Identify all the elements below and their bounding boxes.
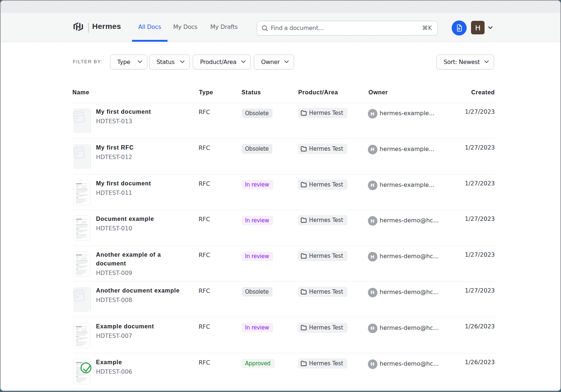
product-area-badge[interactable]: Hermes Test: [298, 144, 348, 154]
doc-title[interactable]: Document example: [96, 215, 182, 223]
owner-avatar-initial: H: [370, 147, 374, 152]
doc-created-date: 1/27/2023: [465, 108, 495, 116]
user-avatar[interactable]: H: [471, 21, 485, 34]
product-area-badge[interactable]: Hermes Test: [298, 180, 348, 190]
documents-table: Name Type Status Product/Area Owner Crea…: [72, 88, 495, 389]
table-row[interactable]: My first document HDTEST-011 RFC In revi…: [72, 174, 495, 210]
doc-title[interactable]: My first RFC: [96, 143, 182, 152]
owner-avatar-initial: H: [370, 254, 374, 260]
table-row[interactable]: Another document example HDTEST-008 RFC …: [72, 282, 495, 317]
sort-button[interactable]: Sort: Newest: [436, 54, 494, 69]
status-cell: Obsolete: [242, 287, 273, 297]
doc-type: RFC: [199, 358, 210, 367]
new-doc-button[interactable]: [452, 20, 467, 35]
folder-icon: [301, 182, 307, 188]
doc-title[interactable]: Another example of a document: [96, 250, 182, 268]
owner-avatar: H: [368, 145, 377, 154]
doc-created-date: 1/27/2023: [465, 250, 495, 259]
doc-id: HDTEST-006: [96, 368, 182, 376]
search-input[interactable]: Find a document... ⌘K: [257, 21, 438, 35]
app-window: Hermes All Docs My Docs My Drafts Find a…: [0, 0, 561, 391]
doc-title[interactable]: Example: [96, 358, 182, 367]
product-area-badge[interactable]: Hermes Test: [298, 215, 348, 225]
table-row[interactable]: Another example of a document HDTEST-009…: [72, 246, 495, 282]
doc-type: RFC: [199, 251, 210, 260]
doc-id: HDTEST-010: [96, 225, 182, 233]
product-area-name: Hermes Test: [309, 253, 343, 259]
product-area-name: Hermes Test: [309, 181, 343, 188]
folder-icon: [301, 361, 307, 366]
file-card-glyph-icon: [73, 144, 90, 169]
doc-id: HDTEST-007: [96, 332, 182, 340]
doc-thumbnail: [73, 215, 90, 241]
name-cell: My first RFC HDTEST-012: [96, 143, 182, 161]
filter-product-area-button[interactable]: Product/Area: [193, 54, 251, 69]
search-shortcut: ⌘K: [422, 24, 432, 31]
avatar-initial: H: [475, 23, 481, 32]
brand-divider: [88, 23, 89, 33]
doc-title[interactable]: Example document: [96, 322, 182, 331]
doc-id: HDTEST-012: [96, 153, 182, 161]
doc-type: RFC: [199, 180, 210, 188]
doc-preview-glyph-icon: [74, 252, 91, 277]
folder-icon: [301, 110, 307, 116]
tab-my-docs[interactable]: My Docs: [173, 23, 197, 31]
tab-my-drafts[interactable]: My Drafts: [210, 23, 238, 31]
product-area-badge[interactable]: Hermes Test: [298, 251, 348, 261]
table-row[interactable]: Example HDTEST-006 RFC Approved Hermes T…: [72, 353, 495, 389]
filter-status-button[interactable]: Status: [149, 54, 190, 69]
owner-avatar-initial: H: [370, 325, 374, 331]
table-row[interactable]: Document example HDTEST-010 RFC In revie…: [72, 210, 495, 246]
doc-created-date: 1/27/2023: [465, 143, 495, 152]
doc-title[interactable]: My first document: [96, 108, 182, 116]
table-row[interactable]: My first document HDTEST-013 RFC Obsolet…: [72, 103, 495, 139]
product-area-badge[interactable]: Hermes Test: [298, 323, 348, 333]
status-cell: In review: [242, 216, 273, 225]
chevron-down-icon[interactable]: [488, 26, 493, 30]
owner-email: hermes-demo@hc...: [380, 323, 438, 333]
doc-preview-glyph-icon: [74, 323, 91, 349]
table-header: Name Type Status Product/Area Owner Crea…: [72, 88, 495, 103]
chevron-down-icon: [484, 60, 489, 63]
doc-id: HDTEST-008: [96, 296, 182, 304]
status-cell: Obsolete: [242, 109, 273, 118]
owner-avatar-initial: H: [370, 290, 374, 295]
product-area-badge[interactable]: Hermes Test: [298, 108, 348, 118]
doc-preview-glyph-icon: [74, 180, 91, 206]
product-area-badge[interactable]: Hermes Test: [298, 287, 348, 297]
search-placeholder: Find a document...: [271, 24, 422, 31]
doc-title[interactable]: Another document example: [96, 286, 182, 295]
status-cell: Approved: [242, 359, 275, 368]
doc-thumbnail: [73, 359, 90, 384]
doc-title[interactable]: My first document: [96, 179, 182, 188]
tab-all-docs[interactable]: All Docs: [138, 23, 161, 31]
doc-type: RFC: [199, 323, 210, 331]
owner-cell: H hermes-example...: [368, 181, 434, 190]
table-row[interactable]: Example document HDTEST-007 RFC In revie…: [72, 317, 495, 353]
filter-status-label: Status: [157, 59, 174, 65]
chevron-down-icon: [138, 60, 142, 63]
owner-email: hermes-demo@hc...: [380, 287, 438, 297]
owner-cell: H hermes-demo@hc...: [368, 324, 439, 333]
doc-thumbnail: [73, 251, 90, 277]
table-row[interactable]: My first RFC HDTEST-012 RFC Obsolete Her…: [72, 139, 495, 174]
name-cell: My first document HDTEST-011: [96, 179, 182, 197]
doc-thumbnail: [73, 180, 90, 206]
product-area-badge[interactable]: Hermes Test: [298, 358, 348, 369]
folder-icon: [301, 217, 307, 223]
filter-owner-label: Owner: [261, 59, 280, 65]
doc-id: HDTEST-011: [96, 189, 182, 197]
owner-avatar-initial: H: [370, 182, 374, 188]
filter-owner-button[interactable]: Owner: [254, 54, 294, 69]
status-cell: In review: [242, 180, 273, 189]
doc-thumbnail: [73, 323, 90, 348]
filter-type-button[interactable]: Type: [110, 54, 147, 69]
doc-type: RFC: [199, 108, 210, 117]
status-cell: In review: [242, 252, 273, 261]
status-badge: Obsolete: [242, 287, 273, 297]
owner-avatar: H: [368, 109, 377, 118]
column-header-created: Created: [471, 88, 495, 97]
status-badge: In review: [242, 323, 273, 332]
doc-id: HDTEST-009: [96, 269, 182, 277]
name-cell: Example HDTEST-006: [96, 358, 182, 376]
